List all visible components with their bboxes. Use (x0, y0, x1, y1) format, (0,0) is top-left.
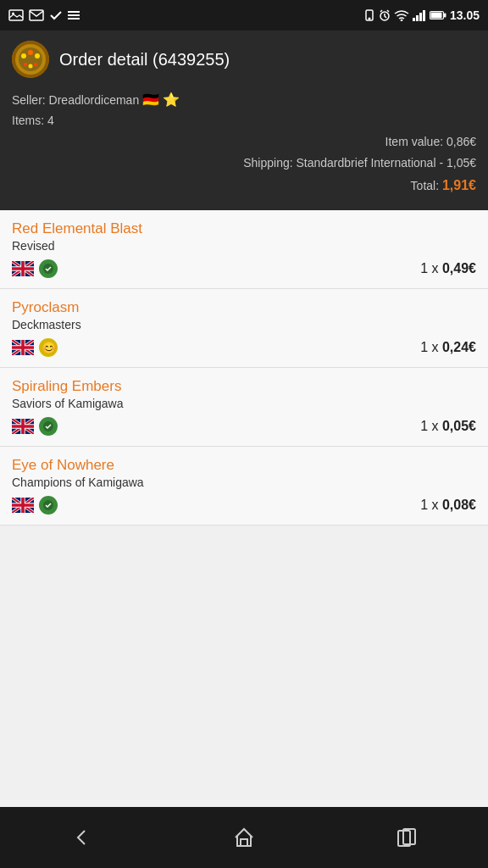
item-set: Revised (12, 239, 476, 253)
recents-button[interactable] (381, 819, 432, 856)
svg-point-7 (369, 18, 370, 19)
home-icon (230, 824, 258, 851)
item-footer: 1 x 0,49€ (12, 259, 476, 278)
svg-rect-12 (419, 13, 422, 21)
condition-icon (39, 417, 58, 436)
status-bar: 13.05 (0, 0, 488, 31)
total-line: Total: 1,91€ (12, 174, 476, 198)
condition-icon (39, 496, 58, 515)
item-name: Eye of Nowhere (12, 457, 476, 474)
svg-point-22 (28, 50, 33, 55)
uk-flag-icon (12, 340, 34, 355)
item-card: Eye of Nowhere Champions of Kamigawa 1 x… (0, 447, 488, 526)
battery-icon (430, 10, 446, 20)
item-icons (12, 496, 58, 515)
seller-line: Seller: Dreadlordiceman 🇩🇪 ⭐ (12, 88, 476, 111)
item-name: Red Elemental Blast (12, 220, 476, 237)
check-icon (49, 9, 63, 21)
item-icons (12, 259, 58, 278)
svg-rect-4 (68, 14, 80, 16)
image-icon (8, 9, 24, 21)
back-icon (68, 824, 95, 851)
uk-flag-icon (12, 498, 34, 513)
item-icons (12, 417, 58, 436)
recents-icon (393, 824, 420, 851)
item-value-line: Item value: 0,86€ (12, 131, 476, 153)
item-name: Pyroclasm (12, 299, 476, 316)
item-price: 1 x 0,08€ (420, 498, 476, 513)
item-footer: 1 x 0,08€ (12, 496, 476, 515)
svg-rect-13 (423, 10, 425, 21)
bottom-navigation (0, 807, 488, 868)
wifi-icon (394, 9, 409, 21)
back-button[interactable] (56, 819, 107, 856)
svg-rect-16 (430, 13, 441, 19)
svg-point-21 (35, 53, 40, 58)
item-icons: 😊 (12, 338, 58, 357)
item-card: Pyroclasm Deckmasters 😊 1 x 0,24€ (0, 289, 488, 368)
uk-flag-icon (12, 261, 34, 276)
item-price: 1 x 0,05€ (420, 419, 476, 434)
seller-avatar (12, 41, 49, 78)
svg-rect-0 (9, 10, 23, 20)
svg-point-20 (21, 53, 26, 58)
item-footer: 😊 1 x 0,24€ (12, 338, 476, 357)
svg-rect-15 (444, 14, 446, 18)
svg-rect-3 (68, 11, 80, 13)
seller-flag: 🇩🇪 (142, 92, 159, 107)
lines-icon (68, 9, 80, 21)
shipping-line: Shipping: Standardbrief International - … (12, 153, 476, 174)
svg-rect-33 (241, 839, 247, 846)
status-bar-left (8, 9, 80, 21)
total-value: 1,91€ (442, 178, 476, 192)
svg-rect-5 (68, 18, 80, 19)
item-card: Spiraling Embers Saviors of Kamigawa 1 x… (0, 368, 488, 447)
item-card: Red Elemental Blast Revised 1 x 0,49€ (0, 210, 488, 289)
seller-star: ⭐ (163, 92, 180, 107)
item-footer: 1 x 0,05€ (12, 417, 476, 436)
home-button[interactable] (219, 819, 269, 856)
order-title: Order detail (6439255) (59, 50, 230, 70)
items-line: Items: 4 (12, 111, 476, 131)
svg-point-9 (401, 19, 402, 21)
phone-icon (363, 9, 375, 21)
order-header: Order detail (6439255) Seller: Dreadlord… (0, 31, 488, 210)
alarm-icon (379, 9, 391, 21)
svg-point-25 (34, 63, 37, 66)
signal-icon (413, 9, 426, 21)
item-name: Spiraling Embers (12, 378, 476, 395)
items-list: Red Elemental Blast Revised 1 x 0,49€ Py… (0, 210, 488, 807)
title-row: Order detail (6439255) (12, 41, 476, 78)
condition-icon: 😊 (39, 338, 58, 357)
svg-rect-2 (30, 10, 43, 20)
svg-point-23 (29, 64, 33, 69)
uk-flag-icon (12, 419, 34, 434)
item-price: 1 x 0,49€ (420, 261, 476, 276)
status-bar-right: 13.05 (363, 8, 480, 22)
condition-icon (39, 259, 58, 278)
item-set: Champions of Kamigawa (12, 476, 476, 489)
mail-icon (29, 9, 44, 21)
item-set: Saviors of Kamigawa (12, 397, 476, 410)
order-meta: Seller: Dreadlordiceman 🇩🇪 ⭐ Items: 4 (12, 88, 476, 131)
svg-rect-10 (413, 18, 415, 21)
item-price: 1 x 0,24€ (420, 340, 476, 355)
svg-point-24 (24, 63, 27, 66)
order-pricing: Item value: 0,86€ Shipping: Standardbrie… (12, 131, 476, 198)
svg-rect-11 (416, 15, 419, 21)
item-set: Deckmasters (12, 318, 476, 331)
clock-time: 13.05 (450, 8, 480, 22)
